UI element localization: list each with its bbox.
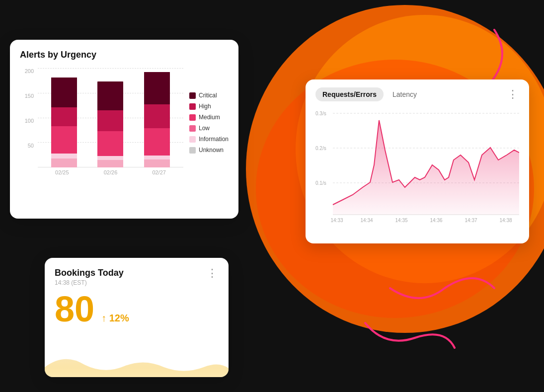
bar-critical-0226	[97, 81, 123, 110]
legend-swatch-low	[189, 125, 196, 132]
legend-item-high: High	[189, 103, 229, 110]
bar-medium-0225	[51, 126, 77, 154]
legend-label-information: Information	[199, 136, 229, 143]
legend-swatch-medium	[189, 114, 196, 121]
bookings-value: 80	[55, 291, 94, 327]
bookings-dots-menu[interactable]: ⋮	[207, 268, 219, 279]
requests-line-chart: 0.3/s 0.2/s 0.1/s	[315, 105, 519, 225]
legend-label-high: High	[199, 103, 211, 110]
bar-group-0227	[141, 71, 173, 167]
area-fill	[333, 120, 519, 215]
bar-critical-0227	[144, 72, 170, 104]
bar-info-0227	[144, 156, 170, 159]
bookings-header: Bookings Today 14:38 (EST) ⋮	[55, 268, 219, 286]
tab-requests-errors[interactable]: Requests/Errors	[315, 87, 384, 101]
bookings-card: Bookings Today 14:38 (EST) ⋮ 80 ↑ 12%	[45, 258, 229, 377]
bookings-change-value: 12%	[109, 313, 129, 323]
chart-legend: Critical High Medium Low	[183, 68, 229, 177]
x-label-0226: 02/26	[86, 169, 135, 175]
requests-chart-container: 0.3/s 0.2/s 0.1/s	[315, 105, 519, 235]
tab-group: Requests/Errors Latency	[315, 87, 424, 101]
stacked-bar-0226	[97, 80, 123, 167]
svg-text:14:34: 14:34	[360, 218, 373, 223]
legend-swatch-unknown	[189, 147, 196, 154]
bar-info-0226	[97, 156, 123, 160]
bar-high-0227	[144, 104, 170, 128]
svg-text:14:36: 14:36	[430, 218, 442, 223]
bars-container	[38, 68, 183, 167]
alerts-card: Alerts by Urgency 200 150 100 50	[10, 40, 238, 219]
bookings-change: ↑ 12%	[101, 313, 129, 324]
bookings-change-icon: ↑	[101, 313, 106, 323]
tab-latency[interactable]: Latency	[386, 87, 424, 101]
bookings-time-label: 14:38 (EST)	[55, 279, 124, 286]
svg-text:0.3/s: 0.3/s	[315, 111, 326, 116]
y-label-200: 200	[25, 68, 34, 74]
x-label-0227: 02/27	[135, 169, 183, 175]
legend-item-medium: Medium	[189, 114, 229, 121]
legend-item-information: Information	[189, 136, 229, 143]
y-label-100: 100	[25, 118, 34, 124]
legend-swatch-critical	[189, 92, 196, 99]
bar-high-0226	[97, 110, 123, 131]
y-label-150: 150	[25, 93, 34, 99]
bar-low-0226	[97, 160, 123, 167]
bar-group-0226	[94, 80, 127, 167]
svg-text:14:33: 14:33	[330, 218, 343, 223]
bar-low-0227	[144, 159, 170, 167]
bookings-title-group: Bookings Today 14:38 (EST)	[55, 268, 124, 286]
bar-high-0225	[51, 107, 77, 126]
requests-card: Requests/Errors Latency ⋮ 0.3/s 0.2/s 0.…	[306, 79, 529, 243]
legend-item-unknown: Unknown	[189, 147, 229, 154]
svg-text:0.1/s: 0.1/s	[315, 180, 326, 186]
requests-dots-menu[interactable]: ⋮	[507, 89, 519, 100]
svg-text:14:38: 14:38	[499, 218, 512, 223]
legend-swatch-information	[189, 136, 196, 143]
alerts-card-title: Alerts by Urgency	[20, 50, 229, 60]
bar-info-0225	[51, 154, 77, 158]
svg-text:14:35: 14:35	[395, 218, 407, 223]
legend-label-critical: Critical	[199, 92, 217, 99]
y-label-50: 50	[28, 143, 34, 149]
bar-group-0225	[48, 76, 80, 167]
legend-label-low: Low	[199, 125, 210, 132]
bar-low-0225	[51, 158, 77, 167]
bar-critical-0225	[51, 78, 77, 107]
svg-text:0.2/s: 0.2/s	[315, 146, 326, 151]
legend-label-medium: Medium	[199, 114, 220, 121]
x-labels: 02/25 02/26 02/27	[38, 167, 183, 177]
bookings-wave-svg	[45, 342, 229, 377]
requests-card-header: Requests/Errors Latency ⋮	[315, 87, 519, 101]
bookings-card-title: Bookings Today	[55, 268, 124, 278]
bookings-value-row: 80 ↑ 12%	[55, 291, 219, 327]
bar-medium-0226	[97, 131, 123, 156]
bar-medium-0227	[144, 128, 170, 156]
legend-label-unknown: Unknown	[199, 147, 224, 154]
legend-item-critical: Critical	[189, 92, 229, 99]
x-label-0225: 02/25	[38, 169, 86, 175]
legend-swatch-high	[189, 103, 196, 110]
legend-item-low: Low	[189, 125, 229, 132]
cards-area: Alerts by Urgency 200 150 100 50	[0, 0, 544, 392]
bookings-wave-container	[45, 342, 229, 377]
stacked-bar-0225	[51, 76, 77, 167]
svg-text:14:37: 14:37	[465, 218, 477, 223]
stacked-bar-0227	[144, 71, 170, 167]
